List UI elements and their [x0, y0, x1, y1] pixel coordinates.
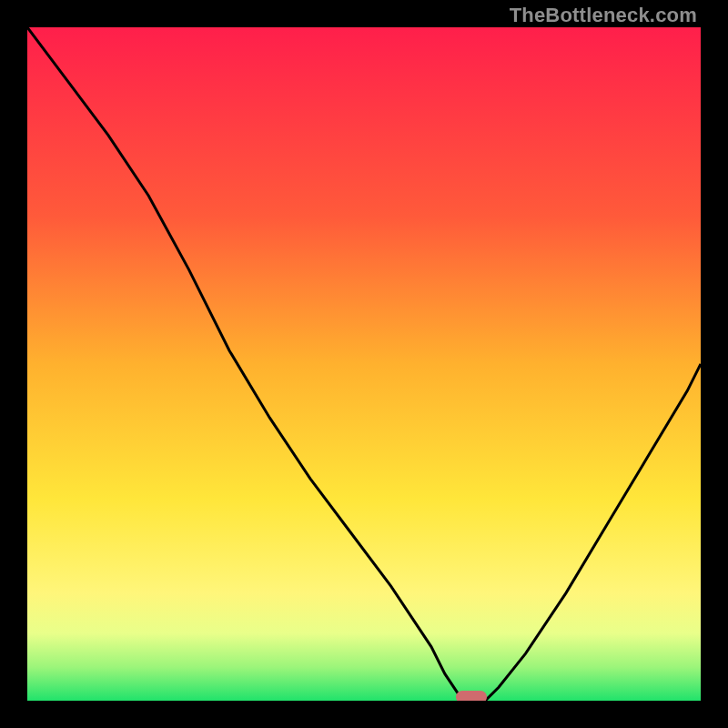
optimal-point-marker	[456, 691, 487, 701]
bottleneck-curve-line	[27, 27, 701, 701]
watermark-text: TheBottleneck.com	[510, 4, 697, 27]
curve-svg	[27, 27, 701, 701]
plot-area	[27, 27, 701, 701]
chart-frame: TheBottleneck.com	[0, 0, 728, 728]
